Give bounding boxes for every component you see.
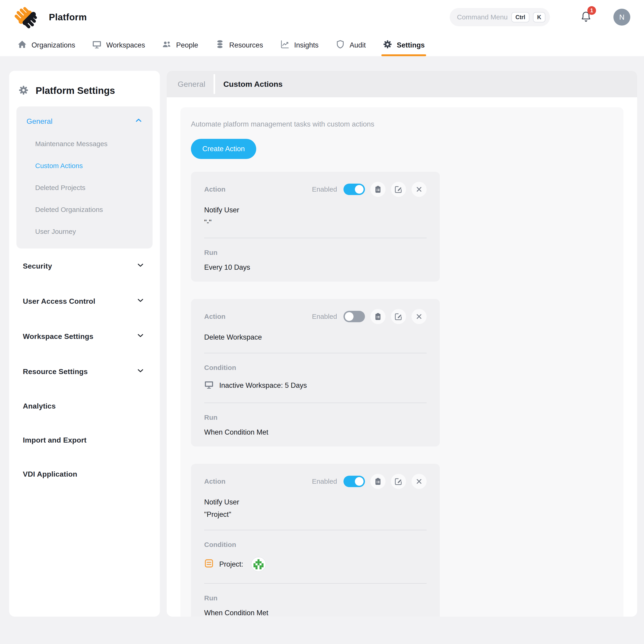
tab-divider <box>214 74 215 94</box>
sidebar-item-user-journey[interactable]: User Journey <box>26 221 143 243</box>
sidebar-section-general[interactable]: General <box>26 115 143 133</box>
top-bar: Platform Command Menu Ctrl K 1 N <box>0 0 644 34</box>
card-header: Action Enabled <box>204 309 427 324</box>
active-tab-underline <box>381 54 426 56</box>
condition-row: Project: <box>204 557 427 572</box>
sidebar-section-resource-settings[interactable]: Resource Settings <box>16 354 153 389</box>
nav-item-insights[interactable]: Insights <box>280 34 319 56</box>
shield-icon <box>335 40 345 51</box>
action-card: Action Enabled <box>191 172 440 282</box>
nav-item-people[interactable]: People <box>162 34 198 56</box>
general-group: General Maintenance Messages Custom Acti… <box>16 106 153 248</box>
action-detail: "-" <box>204 218 427 227</box>
k-keycap: K <box>533 12 545 22</box>
condition-text: Inactive Workspace: 5 Days <box>219 381 307 390</box>
people-icon <box>162 40 172 51</box>
main-body: Automate platform management tasks with … <box>167 97 637 617</box>
edit-button[interactable] <box>391 309 406 324</box>
enabled-toggle[interactable] <box>343 311 365 322</box>
home-icon <box>17 40 27 51</box>
monitor-icon <box>92 40 102 51</box>
page: Platform Command Menu Ctrl K 1 N <box>0 0 644 644</box>
sidebar-section-vdi-application[interactable]: VDI Application <box>16 457 153 491</box>
card-controls: Enabled <box>312 309 427 324</box>
sidebar-section-user-access-control[interactable]: User Access Control <box>16 284 153 319</box>
run-value: When Condition Met <box>204 428 427 436</box>
action-name: Notify User <box>204 206 427 214</box>
tab-general[interactable]: General <box>178 80 205 89</box>
action-name: Notify User <box>204 498 427 506</box>
tab-custom-actions[interactable]: Custom Actions <box>223 80 282 89</box>
database-icon <box>215 40 225 51</box>
command-menu-label: Command Menu <box>457 13 508 21</box>
close-icon[interactable] <box>412 474 427 489</box>
nav-item-organizations[interactable]: Organizations <box>17 34 75 56</box>
condition-text: Project: <box>219 560 243 568</box>
action-label: Action <box>204 478 225 485</box>
enabled-label: Enabled <box>312 313 337 320</box>
sidebar-section-security[interactable]: Security <box>16 248 153 284</box>
content: Platform Settings General Maintenance Me… <box>9 71 637 644</box>
action-card: Action Enabled <box>191 464 440 617</box>
custom-actions-panel: Automate platform management tasks with … <box>180 107 623 617</box>
close-icon[interactable] <box>412 309 427 324</box>
sidebar-section-workspace-settings[interactable]: Workspace Settings <box>16 319 153 354</box>
sidebar-section-analytics[interactable]: Analytics <box>16 389 153 423</box>
divider <box>204 353 427 353</box>
run-label: Run <box>204 414 427 421</box>
card-header: Action Enabled <box>204 474 427 489</box>
condition-label: Condition <box>204 541 427 549</box>
enabled-toggle[interactable] <box>343 476 365 487</box>
divider <box>204 403 427 403</box>
edit-button[interactable] <box>391 474 406 489</box>
close-icon[interactable] <box>412 182 427 197</box>
run-value: Every 10 Days <box>204 263 427 272</box>
run-label: Run <box>204 249 427 256</box>
sidebar-item-deleted-organizations[interactable]: Deleted Organizations <box>26 199 143 221</box>
ctrl-keycap: Ctrl <box>511 12 529 22</box>
command-menu-button[interactable]: Command Menu Ctrl K <box>450 8 550 26</box>
nav-item-resources[interactable]: Resources <box>215 34 263 56</box>
sidebar-section-import-export[interactable]: Import and Export <box>16 423 153 457</box>
clipboard-button[interactable] <box>370 474 385 489</box>
card-controls: Enabled <box>312 474 427 489</box>
divider <box>204 238 427 238</box>
condition-label: Condition <box>204 364 427 372</box>
gear-icon <box>18 85 29 96</box>
chevron-up-icon <box>135 116 143 126</box>
brand: Platform <box>14 4 87 30</box>
sidebar-title: Platform Settings <box>36 85 115 96</box>
clipboard-button[interactable] <box>370 309 385 324</box>
nav-item-audit[interactable]: Audit <box>335 34 366 56</box>
action-label: Action <box>204 185 225 193</box>
enabled-toggle[interactable] <box>343 184 365 195</box>
sidebar-item-maintenance-messages[interactable]: Maintenance Messages <box>26 133 143 155</box>
divider <box>204 583 427 584</box>
action-detail: "Project" <box>204 510 427 519</box>
nav-item-workspaces[interactable]: Workspaces <box>92 34 145 56</box>
chevron-down-icon <box>137 332 144 341</box>
user-avatar[interactable]: N <box>613 9 630 26</box>
app-title: Platform <box>49 12 87 22</box>
bell-icon <box>580 20 592 24</box>
sidebar-item-custom-actions[interactable]: Custom Actions <box>26 155 143 177</box>
toggle-knob <box>355 477 364 486</box>
avatar-initial: N <box>619 13 624 21</box>
gear-icon <box>383 40 392 51</box>
clipboard-button[interactable] <box>370 182 385 197</box>
edit-button[interactable] <box>391 182 406 197</box>
sidebar-item-deleted-projects[interactable]: Deleted Projects <box>26 177 143 199</box>
identicon-avatar <box>251 557 266 572</box>
card-header: Action Enabled <box>204 182 427 197</box>
create-action-button[interactable]: Create Action <box>191 139 256 159</box>
toggle-knob <box>345 312 354 321</box>
action-card: Action Enabled <box>191 299 440 446</box>
divider <box>204 530 427 530</box>
settings-tabs: General Custom Actions <box>167 71 637 97</box>
panel-description: Automate platform management tasks with … <box>191 120 613 128</box>
nav-item-settings[interactable]: Settings <box>383 34 425 56</box>
notifications-button[interactable]: 1 <box>580 10 592 24</box>
run-value: When Condition Met <box>204 609 427 617</box>
top-right-cluster: Command Menu Ctrl K 1 N <box>450 8 630 26</box>
chevron-down-icon <box>137 261 144 271</box>
